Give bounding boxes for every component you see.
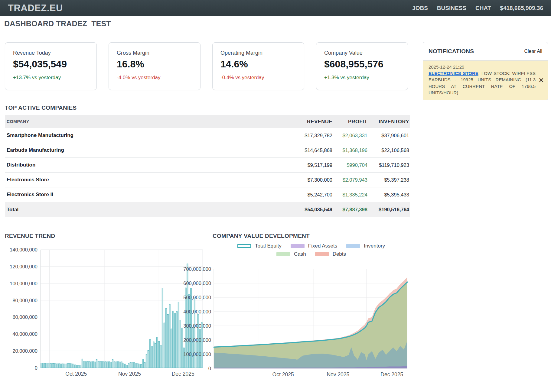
revenue-cell: $14,645,868 [254,147,333,153]
x-tick-label: Dec 2025 [172,371,194,377]
profit-cell: $990,704 [333,162,368,168]
x-tick-label: Oct 2025 [65,371,87,377]
revenue-bar [192,327,193,368]
revenue-bar [73,364,74,368]
revenue-bar [126,365,128,368]
y-tick-label: 40,000,000 [12,331,37,337]
y-tick-label: 0 [35,365,37,371]
notification-item: 2025-12-24 21:29ELECTRONICS STORE: LOW S… [423,60,548,100]
inventory-cell: $190,516,764 [368,207,410,212]
revenue-bar [199,329,201,368]
x-tick-label: Nov 2025 [118,371,141,377]
account-balance[interactable]: $418,665,909.36 [500,5,543,11]
revenue-bar [91,362,92,368]
kpi-delta: -4.0% vs yesterday [117,75,192,81]
revenue-bar [44,363,46,368]
revenue-bar [57,364,58,368]
nav-item-chat[interactable]: CHAT [475,5,491,11]
profit-cell: $2,063,331 [333,133,368,138]
x-tick-label: Nov 2025 [327,371,349,377]
revenue-bar [157,337,158,368]
column-header-inventory: INVENTORY [368,119,410,125]
y-tick-label: 700,000,000 [183,266,211,272]
revenue-bar [41,363,42,368]
profit-cell: $1,385,224 [333,192,368,198]
revenue-bar [96,359,97,368]
y-tick-label: 500,000,000 [183,295,211,300]
revenue-bar [149,339,151,368]
kpi-value: $54,035,549 [13,59,89,70]
notification-company-link[interactable]: ELECTRONICS STORE [429,71,478,76]
revenue-bar [83,361,85,368]
revenue-bar [180,320,181,368]
revenue-bar [71,364,72,368]
table-total-row: Total$54,035,549$7,887,398$190,516,764 [5,202,410,217]
revenue-bar [135,363,136,368]
revenue-bar [116,362,117,368]
revenue-bar [123,363,124,368]
y-tick-label: 60,000,000 [12,314,37,320]
revenue-trend-chart: 020,000,00040,000,00060,000,00080,000,00… [10,247,203,377]
revenue-bar [110,362,112,368]
revenue-bar [144,362,145,368]
revenue-bar [173,311,174,368]
revenue-bar [132,362,133,368]
revenue-bar [117,361,119,368]
table-row: Distribution$9,517,199$990,704$119,710,9… [5,158,410,173]
dashboard-page: TRADEZ.EU JOBSBUSINESSCHAT$418,665,909.3… [0,0,551,392]
revenue-bar [62,364,63,368]
y-tick-label: 80,000,000 [12,298,37,303]
revenue-bar [178,302,179,368]
revenue-bar [51,364,53,368]
revenue-bar [128,364,129,368]
revenue-bar [94,362,96,368]
revenue-bar [194,298,195,368]
revenue-bar [201,322,202,368]
inventory-cell: $119,710,923 [368,162,410,168]
kpi-card-gross-margin: Gross Margin16.8%-4.0% vs yesterday [109,42,201,90]
notification-message: ELECTRONICS STORE: LOW STOCK: WIRELESS E… [429,70,536,96]
revenue-bar [59,364,60,368]
revenue-bar [99,361,101,368]
revenue-bar [121,362,122,368]
table-row: Electronics Store II$5,242,700$1,385,224… [5,187,410,202]
revenue-bar [139,364,140,368]
revenue-bar [101,361,103,368]
top-nav: JOBSBUSINESSCHAT$418,665,909.36 [412,5,543,11]
close-icon[interactable]: ✕ [539,77,544,84]
revenue-bar [146,355,147,368]
revenue-bar [77,365,78,368]
revenue-cell: $17,329,782 [254,133,333,138]
nav-item-business[interactable]: BUSINESS [437,5,466,11]
companies-table: COMPANY REVENUE PROFIT INVENTORY Smartph… [5,115,410,217]
y-tick-label: 120,000,000 [10,264,37,269]
nav-item-jobs[interactable]: JOBS [412,5,428,11]
y-tick-label: 0 [208,366,211,371]
y-tick-label: 140,000,000 [10,247,37,252]
kpi-delta: +1.3% vs yesterday [324,75,400,81]
kpi-label: Company Value [324,50,400,56]
y-tick-label: 200,000,000 [183,337,211,343]
company-value-chart: 0100,000,000200,000,000300,000,000400,00… [183,266,407,377]
revenue-bar [50,363,51,368]
table-header-row: COMPANY REVENUE PROFIT INVENTORY [5,115,410,128]
revenue-bar [158,341,160,368]
revenue-bar [160,345,161,368]
profit-cell: $2,079,943 [333,177,368,183]
clear-all-button[interactable]: Clear All [524,49,542,54]
column-header-company: COMPANY [5,119,254,124]
revenue-bar [176,312,177,368]
company-name-cell: Electronics Store [5,177,254,183]
table-body: Smartphone Manufacturing$17,329,782$2,06… [5,128,410,217]
company-name-cell: Earbuds Manufacturing [5,147,254,153]
app-logo[interactable]: TRADEZ.EU [8,3,63,14]
revenue-cell: $5,242,700 [254,192,333,198]
revenue-bar [112,360,113,368]
company-name-cell: Distribution [5,162,254,168]
x-tick-label: Dec 2025 [380,371,403,377]
revenue-cell: $9,517,199 [254,162,333,168]
kpi-label: Gross Margin [117,50,192,56]
revenue-bar [171,329,172,368]
top-bar: TRADEZ.EU JOBSBUSINESSCHAT$418,665,909.3… [0,0,551,16]
revenue-bar [162,288,163,368]
